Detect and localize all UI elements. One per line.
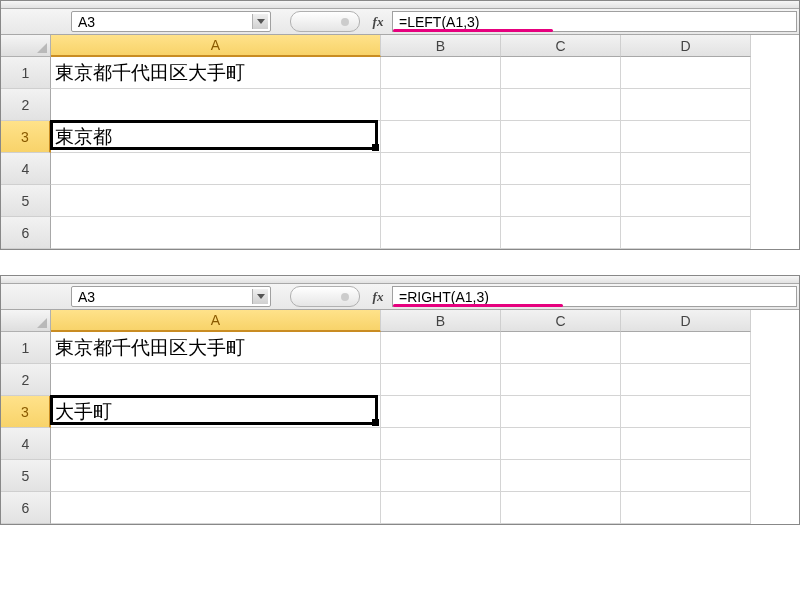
cell-b3[interactable] [381, 396, 501, 428]
col-header-a[interactable]: A [51, 310, 381, 332]
col-header-b[interactable]: B [381, 35, 501, 57]
cell-b2[interactable] [381, 89, 501, 121]
cell-a5[interactable] [51, 185, 381, 217]
cell-d2[interactable] [621, 364, 751, 396]
row-header-2[interactable]: 2 [1, 89, 51, 121]
cell-d4[interactable] [621, 428, 751, 460]
cell-a6[interactable] [51, 492, 381, 524]
name-box[interactable]: A3 [71, 286, 271, 307]
cell-b1[interactable] [381, 57, 501, 89]
row-header-6[interactable]: 6 [1, 492, 51, 524]
cell-d1[interactable] [621, 332, 751, 364]
row-header-4[interactable]: 4 [1, 428, 51, 460]
fx-icon[interactable]: fx [364, 9, 392, 34]
cell-c2[interactable] [501, 364, 621, 396]
cell-d5[interactable] [621, 185, 751, 217]
cell-b6[interactable] [381, 217, 501, 249]
col-header-a[interactable]: A [51, 35, 381, 57]
cell-b5[interactable] [381, 185, 501, 217]
table-row [51, 217, 799, 249]
row-header-3[interactable]: 3 [1, 121, 51, 153]
cell-a4[interactable] [51, 153, 381, 185]
table-row [51, 460, 799, 492]
cell-b4[interactable] [381, 153, 501, 185]
row-header-1[interactable]: 1 [1, 332, 51, 364]
formula-underline [393, 304, 563, 307]
cell-a4[interactable] [51, 428, 381, 460]
formula-toolbar-pill[interactable] [290, 11, 360, 32]
row-header-5[interactable]: 5 [1, 185, 51, 217]
table-row [51, 153, 799, 185]
row-header-2[interactable]: 2 [1, 364, 51, 396]
ribbon-strip [1, 276, 799, 284]
formula-toolbar-pill[interactable] [290, 286, 360, 307]
cell-c1[interactable] [501, 57, 621, 89]
cell-b6[interactable] [381, 492, 501, 524]
cell-c5[interactable] [501, 185, 621, 217]
cell-b4[interactable] [381, 428, 501, 460]
col-header-c[interactable]: C [501, 35, 621, 57]
col-header-b[interactable]: B [381, 310, 501, 332]
cell-c1[interactable] [501, 332, 621, 364]
row-header-5[interactable]: 5 [1, 460, 51, 492]
dot-icon [341, 293, 349, 301]
cell-c2[interactable] [501, 89, 621, 121]
select-all-corner[interactable] [1, 310, 51, 332]
table-row [51, 428, 799, 460]
cell-c6[interactable] [501, 492, 621, 524]
formula-input[interactable]: =RIGHT(A1,3) [392, 286, 797, 307]
cell-c5[interactable] [501, 460, 621, 492]
cell-d6[interactable] [621, 217, 751, 249]
row-header-gutter: 1 2 3 4 5 6 [1, 310, 51, 524]
cell-c3[interactable] [501, 121, 621, 153]
cell-b1[interactable] [381, 332, 501, 364]
name-box-value: A3 [78, 14, 95, 30]
cell-b5[interactable] [381, 460, 501, 492]
cell-a2[interactable] [51, 89, 381, 121]
name-box-dropdown-icon[interactable] [252, 289, 268, 304]
row-header-1[interactable]: 1 [1, 57, 51, 89]
formula-input[interactable]: =LEFT(A1,3) [392, 11, 797, 32]
cell-d5[interactable] [621, 460, 751, 492]
cell-a1[interactable]: 東京都千代田区大手町 [51, 57, 381, 89]
cell-a1[interactable]: 東京都千代田区大手町 [51, 332, 381, 364]
cell-a3[interactable]: 大手町 [51, 396, 381, 428]
cell-d6[interactable] [621, 492, 751, 524]
col-header-d[interactable]: D [621, 35, 751, 57]
name-box[interactable]: A3 [71, 11, 271, 32]
cell-a5[interactable] [51, 460, 381, 492]
cell-d2[interactable] [621, 89, 751, 121]
select-all-corner[interactable] [1, 35, 51, 57]
cell-b3[interactable] [381, 121, 501, 153]
cell-d3[interactable] [621, 121, 751, 153]
formula-underline [393, 29, 553, 32]
formula-text: =RIGHT(A1,3) [399, 289, 489, 305]
name-box-dropdown-icon[interactable] [252, 14, 268, 29]
cell-b2[interactable] [381, 364, 501, 396]
cell-c3[interactable] [501, 396, 621, 428]
cell-d4[interactable] [621, 153, 751, 185]
cell-grid: A B C D 東京都千代田区大手町 東京都 [51, 35, 799, 249]
cell-a3[interactable]: 東京都 [51, 121, 381, 153]
table-row [51, 492, 799, 524]
dot-icon [341, 18, 349, 26]
column-header-row: A B C D [51, 310, 799, 332]
cell-a6[interactable] [51, 217, 381, 249]
row-header-3[interactable]: 3 [1, 396, 51, 428]
cell-a2[interactable] [51, 364, 381, 396]
cell-c4[interactable] [501, 153, 621, 185]
col-header-d[interactable]: D [621, 310, 751, 332]
cell-c4[interactable] [501, 428, 621, 460]
cell-d3[interactable] [621, 396, 751, 428]
spreadsheet-panel-2: A3 fx =RIGHT(A1,3) 1 2 3 4 5 6 A B C D [0, 275, 800, 525]
cell-c6[interactable] [501, 217, 621, 249]
spreadsheet-panel-1: A3 fx =LEFT(A1,3) 1 2 3 4 5 6 A B C D [0, 0, 800, 250]
col-header-c[interactable]: C [501, 310, 621, 332]
table-row: 東京都千代田区大手町 [51, 57, 799, 89]
row-header-4[interactable]: 4 [1, 153, 51, 185]
cell-grid: A B C D 東京都千代田区大手町 大手町 [51, 310, 799, 524]
cell-d1[interactable] [621, 57, 751, 89]
fx-icon[interactable]: fx [364, 284, 392, 309]
row-header-6[interactable]: 6 [1, 217, 51, 249]
name-box-value: A3 [78, 289, 95, 305]
